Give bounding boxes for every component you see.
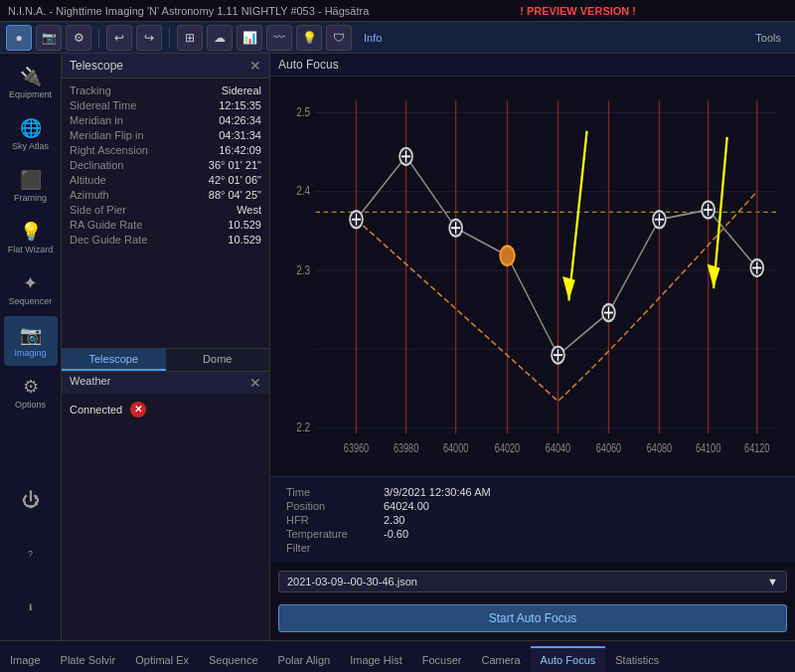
telescope-panel-header: Telescope ✕ bbox=[62, 54, 269, 79]
power-icon: ⏻ bbox=[22, 490, 40, 511]
toolbar-btn-chart[interactable]: 📊 bbox=[237, 25, 262, 51]
tab-optimalex[interactable]: Optimal Ex bbox=[125, 646, 199, 672]
main-layout: 🔌 Equipment 🌐 Sky Atlas ⬛ Framing 💡 Flat… bbox=[0, 54, 795, 640]
tab-statistics[interactable]: Statistics bbox=[605, 646, 669, 672]
stats-label-hfr: HFR bbox=[286, 514, 376, 526]
tab-camera[interactable]: Camera bbox=[471, 646, 530, 672]
start-autofocus-button[interactable]: Start Auto Focus bbox=[278, 604, 787, 632]
toolbar-btn-bulb[interactable]: 💡 bbox=[296, 25, 322, 51]
svg-text:63980: 63980 bbox=[394, 440, 418, 454]
title-bar: N.I.N.A. - Nighttime Imaging 'N' Astrono… bbox=[0, 0, 795, 22]
value-ra-guide: 10.529 bbox=[228, 219, 261, 231]
info-row-pier: Side of Pier West bbox=[70, 202, 261, 217]
tab-autofocus[interactable]: Auto Focus bbox=[531, 646, 606, 672]
stats-label-filter: Filter bbox=[286, 542, 376, 554]
svg-text:64060: 64060 bbox=[596, 440, 621, 454]
stats-row-hfr: HFR 2.30 bbox=[286, 513, 779, 527]
sidebar-item-framing[interactable]: ⬛ Framing bbox=[4, 161, 58, 211]
tab-dome[interactable]: Dome bbox=[166, 349, 270, 371]
label-pier: Side of Pier bbox=[70, 204, 126, 216]
stats-row-position: Position 64024.00 bbox=[286, 499, 779, 513]
stats-row-time: Time 3/9/2021 12:30:46 AM bbox=[286, 485, 779, 499]
label-ra-guide: RA Guide Rate bbox=[70, 219, 142, 231]
svg-text:64020: 64020 bbox=[495, 440, 520, 454]
bottom-tabs: Image Plate Solvir Optimal Ex Sequence P… bbox=[0, 640, 795, 672]
toolbar: ● 📷 ⚙ ↩ ↪ ⊞ ☁ 📊 〰 💡 🛡 Info Tools bbox=[0, 22, 795, 54]
weather-header: Weather ✕ bbox=[62, 372, 269, 394]
sidebar-item-help[interactable]: ? bbox=[4, 529, 58, 579]
label-azimuth: Azimuth bbox=[70, 189, 109, 201]
info-row-sidereal-time: Sidereal Time 12:15:35 bbox=[70, 97, 261, 112]
toolbar-btn-wave[interactable]: 〰 bbox=[266, 25, 292, 51]
toolbar-btn-circle[interactable]: ● bbox=[6, 25, 32, 51]
left-panel: Telescope ✕ Tracking Sidereal Sidereal T… bbox=[62, 54, 270, 640]
svg-point-29 bbox=[500, 247, 515, 265]
toolbar-btn-cloud[interactable]: ☁ bbox=[207, 25, 233, 51]
telescope-panel-close[interactable]: ✕ bbox=[249, 58, 261, 74]
sidebar-item-flatwizard[interactable]: 💡 Flat Wizard bbox=[4, 213, 58, 262]
weather-title: Weather bbox=[70, 375, 110, 391]
tab-imagehist[interactable]: Image Hist bbox=[340, 646, 412, 672]
value-meridian-flip: 04:31:34 bbox=[219, 129, 261, 141]
svg-text:2.5: 2.5 bbox=[296, 104, 310, 120]
toolbar-info-label[interactable]: Info bbox=[364, 32, 382, 44]
help-icon: ? bbox=[28, 549, 33, 559]
svg-text:64100: 64100 bbox=[696, 440, 720, 454]
skyatlas-icon: 🌐 bbox=[20, 117, 42, 139]
toolbar-btn-undo[interactable]: ↩ bbox=[106, 25, 132, 51]
label-dec-guide: Dec Guide Rate bbox=[70, 234, 147, 246]
stats-label-time: Time bbox=[286, 486, 376, 498]
info-icon: ℹ bbox=[29, 602, 32, 612]
preview-warning: ! PREVIEW VERSION ! bbox=[520, 5, 636, 17]
toolbar-btn-camera[interactable]: 📷 bbox=[36, 25, 62, 51]
tab-polaralign[interactable]: Polar Align bbox=[268, 646, 341, 672]
toolbar-tools-label[interactable]: Tools bbox=[747, 32, 789, 44]
sidebar-label-framing: Framing bbox=[14, 193, 47, 203]
sequencer-icon: ✦ bbox=[23, 272, 38, 294]
tab-image[interactable]: Image bbox=[0, 646, 51, 672]
tab-platesolv[interactable]: Plate Solvir bbox=[51, 646, 126, 672]
imaging-icon: 📷 bbox=[20, 324, 42, 346]
tab-focuser[interactable]: Focuser bbox=[412, 646, 472, 672]
telescope-dome-tabs: Telescope Dome bbox=[62, 348, 269, 372]
sidebar-item-equipment[interactable]: 🔌 Equipment bbox=[4, 58, 58, 107]
error-status-icon: ✕ bbox=[130, 402, 146, 418]
toolbar-btn-redo[interactable]: ↪ bbox=[136, 25, 162, 51]
toolbar-sep-1 bbox=[98, 28, 99, 48]
value-pier: West bbox=[237, 204, 261, 216]
svg-text:2.4: 2.4 bbox=[296, 183, 310, 199]
stats-row-filter: Filter bbox=[286, 541, 779, 555]
toolbar-btn-settings[interactable]: ⚙ bbox=[66, 25, 91, 51]
equipment-icon: 🔌 bbox=[20, 66, 42, 87]
info-row-ra-guide: RA Guide Rate 10.529 bbox=[70, 217, 261, 232]
value-ra: 16:42:09 bbox=[219, 144, 261, 156]
right-panel: Auto Focus 2.5 2.4 2.3 2.2 bbox=[270, 54, 795, 640]
info-row-ra: Right Ascension 16:42:09 bbox=[70, 142, 261, 157]
info-row-meridian-flip: Meridian Flip in 04:31:34 bbox=[70, 127, 261, 142]
dropdown-chevron-icon: ▼ bbox=[767, 576, 778, 588]
tab-sequence[interactable]: Sequence bbox=[199, 646, 268, 672]
weather-close[interactable]: ✕ bbox=[249, 375, 261, 391]
stats-label-position: Position bbox=[286, 500, 376, 512]
toolbar-btn-shield[interactable]: 🛡 bbox=[326, 25, 352, 51]
sidebar-item-sequencer[interactable]: ✦ Sequencer bbox=[4, 264, 58, 314]
sidebar-label-sequencer: Sequencer bbox=[9, 296, 53, 306]
sidebar-item-options[interactable]: ⚙ Options bbox=[4, 368, 58, 418]
value-dec-guide: 10.529 bbox=[228, 234, 261, 246]
chart-area: 2.5 2.4 2.3 2.2 bbox=[270, 77, 795, 476]
sidebar-label-flatwizard: Flat Wizard bbox=[8, 245, 54, 254]
sidebar-label-skyatlas: Sky Atlas bbox=[12, 141, 49, 151]
info-row-azimuth: Azimuth 88° 04' 25" bbox=[70, 187, 261, 202]
sidebar-item-info[interactable]: ℹ bbox=[4, 583, 58, 632]
svg-text:64040: 64040 bbox=[546, 440, 570, 454]
toolbar-btn-grid[interactable]: ⊞ bbox=[177, 25, 203, 51]
stats-value-position: 64024.00 bbox=[384, 500, 429, 512]
stats-value-hfr: 2.30 bbox=[384, 514, 404, 526]
file-dropdown[interactable]: 2021-03-09--00-30-46.json ▼ bbox=[278, 571, 787, 592]
weather-section: Weather ✕ Connected ✕ bbox=[62, 372, 269, 641]
sidebar-item-imaging[interactable]: 📷 Imaging bbox=[4, 316, 58, 366]
sidebar-item-power[interactable]: ⏻ bbox=[4, 475, 58, 525]
sidebar-item-skyatlas[interactable]: 🌐 Sky Atlas bbox=[4, 109, 58, 159]
tab-telescope[interactable]: Telescope bbox=[62, 349, 166, 371]
connected-label: Connected bbox=[70, 404, 122, 416]
